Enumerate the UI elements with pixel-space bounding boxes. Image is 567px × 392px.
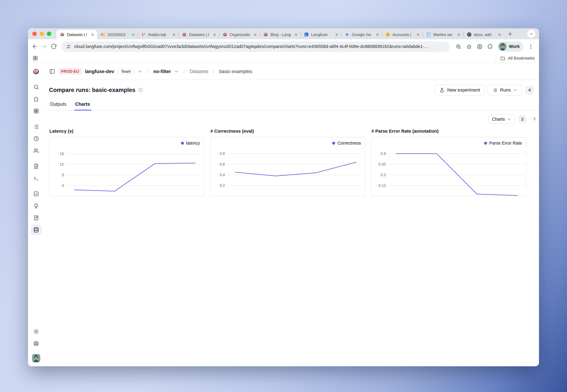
tab-title: Datasets | l xyxy=(189,32,210,37)
breadcrumb-current: basic-examples xyxy=(219,69,252,74)
browser-tab-4[interactable]: Organizatio xyxy=(219,30,260,39)
sidebar-item-prompts[interactable] xyxy=(33,163,39,169)
tab-title: docs: add xyxy=(474,32,495,37)
chart-card: 0.20.40.60.8Correctness xyxy=(210,137,365,196)
new-tab-button[interactable] xyxy=(507,31,513,37)
tab-title: Datasets | l xyxy=(67,32,88,37)
tab-close-icon[interactable] xyxy=(171,32,176,37)
charts-filter-button[interactable]: Charts xyxy=(488,114,515,124)
svg-text:4: 4 xyxy=(62,183,64,188)
collapse-panel-icon[interactable] xyxy=(532,116,537,121)
sidebar-item-datasets[interactable] xyxy=(33,227,39,233)
sidebar-item-lightbulb[interactable] xyxy=(33,203,39,209)
sidebar-item-dashboard[interactable] xyxy=(33,108,39,114)
browser-tab-0[interactable]: Datasets | l xyxy=(56,30,97,39)
site-info-icon[interactable] xyxy=(66,44,71,49)
browser-tab-8[interactable]: Accounts | xyxy=(382,30,423,39)
sidebar-toggle-icon[interactable] xyxy=(49,68,55,74)
tab-close-icon[interactable] xyxy=(212,32,217,37)
maximize-window-button[interactable] xyxy=(47,32,51,36)
breadcrumb-separator: / xyxy=(147,68,149,74)
sidebar-item-support[interactable] xyxy=(33,340,39,347)
runs-label: Runs xyxy=(500,88,510,93)
org-name[interactable]: langfuse-dev xyxy=(85,69,114,74)
sidebar-item-home[interactable] xyxy=(33,96,39,102)
svg-text:0.6: 0.6 xyxy=(381,152,386,156)
browser-tab-6[interactable]: Langfuse xyxy=(301,30,341,39)
chart-block-2: # Parse Error Rate (annotation)0.150.30.… xyxy=(371,129,526,196)
tab-charts[interactable]: Charts xyxy=(75,99,90,110)
terminal-icon xyxy=(33,175,39,181)
browser-tab-2[interactable]: feat(io-tab xyxy=(138,30,179,39)
browser-window: Datasets | l20250923feat(io-tabDatasets … xyxy=(28,28,539,366)
extensions-icon[interactable] xyxy=(487,43,493,50)
browser-tab-9[interactable]: Marlies we xyxy=(423,30,463,39)
breadcrumb-datasets-link[interactable]: Datasets xyxy=(190,69,208,74)
all-bookmarks-label[interactable]: All Bookmarks xyxy=(508,56,535,60)
tab-close-icon[interactable] xyxy=(294,32,298,37)
tab-close-icon[interactable] xyxy=(90,32,95,37)
tab-close-icon[interactable] xyxy=(131,32,136,37)
tab-close-icon[interactable] xyxy=(416,32,421,37)
list-icon xyxy=(492,88,497,93)
new-experiment-button[interactable]: New experiment xyxy=(435,85,485,96)
sidebar-item-settings[interactable] xyxy=(33,328,39,335)
charts-grid: Latency (s)481216latency# Correctness (e… xyxy=(49,129,534,196)
browser-tab-1[interactable]: 20250923 xyxy=(97,30,138,39)
svg-text:0.15: 0.15 xyxy=(379,183,386,188)
browser-tab-7[interactable]: Google Ge xyxy=(341,30,382,39)
env-badge[interactable]: PROD-EU xyxy=(58,68,82,74)
browser-menu-icon[interactable] xyxy=(528,43,534,50)
browser-tab-3[interactable]: Datasets | l xyxy=(179,30,219,39)
sidebar-item-users[interactable] xyxy=(33,147,39,154)
zoom-icon[interactable] xyxy=(455,43,462,50)
info-icon[interactable] xyxy=(138,88,143,93)
tab-close-icon[interactable] xyxy=(497,32,502,37)
user-avatar[interactable] xyxy=(32,354,40,362)
profile-chip[interactable]: Work xyxy=(498,42,524,52)
sidebar-item-tracing[interactable] xyxy=(33,124,39,130)
tab-close-icon[interactable] xyxy=(375,32,380,37)
org-switcher-chevron-icon[interactable] xyxy=(138,69,142,73)
tab-outputs[interactable]: Outputs xyxy=(50,99,66,110)
desktop-wallpaper: Datasets | l20250923feat(io-tabDatasets … xyxy=(0,0,567,392)
tab-title: Organizatio xyxy=(230,32,251,37)
tab-close-icon[interactable] xyxy=(334,32,339,37)
apps-grid-icon[interactable] xyxy=(32,55,38,61)
account-circle-icon[interactable] xyxy=(477,43,483,50)
chevron-down-icon xyxy=(513,88,518,92)
sidebar-item-terminal[interactable] xyxy=(33,175,39,181)
chevron-down-icon xyxy=(507,117,511,121)
back-button[interactable] xyxy=(32,43,38,50)
charts-filter-label: Charts xyxy=(492,116,505,122)
project-name[interactable]: no-filter xyxy=(153,69,171,74)
rail-nav xyxy=(33,84,39,233)
tab-title: feat(io-tab xyxy=(148,32,169,37)
close-window-button[interactable] xyxy=(32,32,37,36)
sidebar-item-clock[interactable] xyxy=(33,136,39,142)
line-chart-svg: 0.150.30.450.6 xyxy=(371,137,526,196)
tab-close-icon[interactable] xyxy=(456,32,461,37)
tab-search-button[interactable] xyxy=(527,30,535,38)
sidebar-item-scores[interactable] xyxy=(33,191,39,197)
browser-tab-5[interactable]: Blog - Lang xyxy=(260,30,301,39)
forward-button[interactable] xyxy=(41,43,47,50)
langfuse-logo-icon[interactable] xyxy=(32,68,40,76)
browser-tabstrip: Datasets | l20250923feat(io-tabDatasets … xyxy=(28,28,539,39)
charts-panel: Charts 3 Latency (s)481216latency# Corre… xyxy=(44,110,539,366)
browser-tab-10[interactable]: docs: add xyxy=(463,30,504,39)
view-tabs: Outputs Charts xyxy=(44,99,539,110)
bookmark-star-icon[interactable] xyxy=(466,43,472,50)
minimize-window-button[interactable] xyxy=(40,32,44,36)
sidebar-item-search[interactable] xyxy=(33,84,39,90)
project-switcher-chevron-icon[interactable] xyxy=(174,69,179,73)
tab-close-icon[interactable] xyxy=(253,32,258,37)
chart-title: Latency (s) xyxy=(49,129,204,134)
bookmarks-divider xyxy=(496,56,496,61)
langfuse-favicon-icon xyxy=(263,32,268,37)
runs-dropdown-button[interactable]: Runs xyxy=(488,85,522,96)
reload-button[interactable] xyxy=(51,43,57,50)
address-bar[interactable]: cloud.langfuse.com/project/cmfwgv8fx002o… xyxy=(61,41,450,52)
sidebar-item-evaluation[interactable] xyxy=(33,215,39,221)
legend-dot-icon xyxy=(181,142,184,145)
